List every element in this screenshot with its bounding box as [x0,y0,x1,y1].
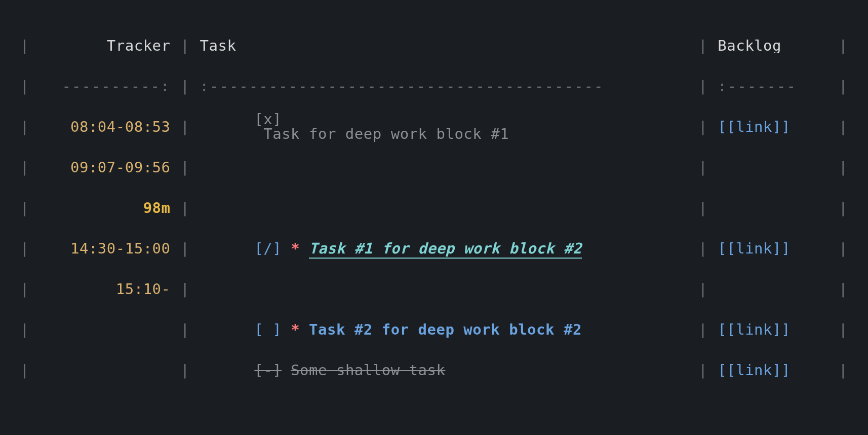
pipe-icon: | [176,363,195,378]
pipe-icon: | [15,120,34,134]
pipe-icon: | [834,39,853,53]
pipe-icon: | [693,120,713,134]
task-cell: [-] Some shallow task [195,348,694,392]
table-row[interactable]: | | [-] Some shallow task | [[link]] | [0,350,868,390]
header-tracker: Tracker [34,39,176,53]
tracker-cell: 15:10- [34,282,176,297]
pipe-icon: | [693,79,713,94]
pipe-icon: | [15,282,34,297]
checkbox-progress-icon[interactable]: [/] [254,240,282,257]
table-row[interactable]: | 14:30-15:00 | [/] * Task #1 for deep w… [0,228,868,269]
tracker-cell: 08:04-08:53 [34,120,176,134]
pipe-icon: | [834,322,853,337]
separator-tracker: ----------: [34,79,176,94]
pipe-icon: | [15,79,34,94]
task-text-cancelled: Some shallow task [291,361,445,379]
backlog-link[interactable]: [[link]] [713,363,834,378]
table-row[interactable]: | | [ ] * Task #2 for deep work block #2… [0,309,868,350]
pipe-icon: | [834,201,853,215]
pipe-icon: | [176,322,195,337]
pipe-icon: | [693,201,713,215]
pipe-icon: | [176,79,195,94]
pipe-icon: | [176,241,195,256]
pipe-icon: | [693,241,713,256]
pipe-icon: | [15,201,34,215]
tracker-total: 98m [34,201,176,215]
task-cell: [/] * Task #1 for deep work block #2 [195,227,694,271]
tracker-cell: 09:07-09:56 [34,160,176,175]
pipe-icon: | [834,120,853,134]
pipe-icon: | [693,39,713,53]
pipe-icon: | [15,322,34,337]
separator-backlog: :------- [713,79,834,94]
table-header-row: | Tracker | Task | Backlog | [0,25,868,66]
pipe-icon: | [176,160,195,175]
backlog-link[interactable]: [[link]] [713,241,834,256]
task-cell: [ ] * Task #2 for deep work block #2 [195,308,694,352]
separator-task: :---------------------------------------… [195,79,694,94]
checkbox-cancelled-icon[interactable]: [-] [254,361,282,379]
backlog-link[interactable]: [[link]] [713,322,834,337]
pipe-icon: | [834,79,853,94]
pipe-icon: | [15,363,34,378]
pipe-icon: | [176,120,195,134]
task-text: Task for deep work block #1 [263,125,509,142]
task-cell: [x] Task for deep work block #1 [195,97,694,156]
pipe-icon: | [176,282,195,297]
tracker-cell: 14:30-15:00 [34,241,176,256]
priority-star-icon: * [291,240,300,257]
header-task: Task [195,39,694,53]
pipe-icon: | [693,282,713,297]
pipe-icon: | [176,201,195,215]
pipe-icon: | [693,160,713,175]
backlog-link[interactable]: [[link]] [713,120,834,134]
header-backlog: Backlog [713,39,834,53]
pipe-icon: | [176,39,195,53]
pipe-icon: | [15,160,34,175]
table-row[interactable]: | 98m | | | [0,188,868,228]
pipe-icon: | [15,39,34,53]
pipe-icon: | [693,322,713,337]
table-row[interactable]: | 15:10- | | | [0,269,868,309]
pipe-icon: | [834,241,853,256]
task-text [254,125,263,142]
pipe-icon: | [693,363,713,378]
pipe-icon: | [15,241,34,256]
task-text: Task #2 for deep work block #2 [309,321,582,338]
table-row[interactable]: | 08:04-08:53 | [x] Task for deep work b… [0,106,868,147]
pipe-icon: | [834,282,853,297]
pipe-icon: | [834,363,853,378]
checkbox-empty-icon[interactable]: [ ] [254,321,282,338]
pipe-icon: | [834,160,853,175]
markdown-table: | Tracker | Task | Backlog | | ---------… [0,0,868,390]
priority-star-icon: * [291,321,300,338]
task-text-active[interactable]: Task #1 for deep work block #2 [309,240,582,259]
